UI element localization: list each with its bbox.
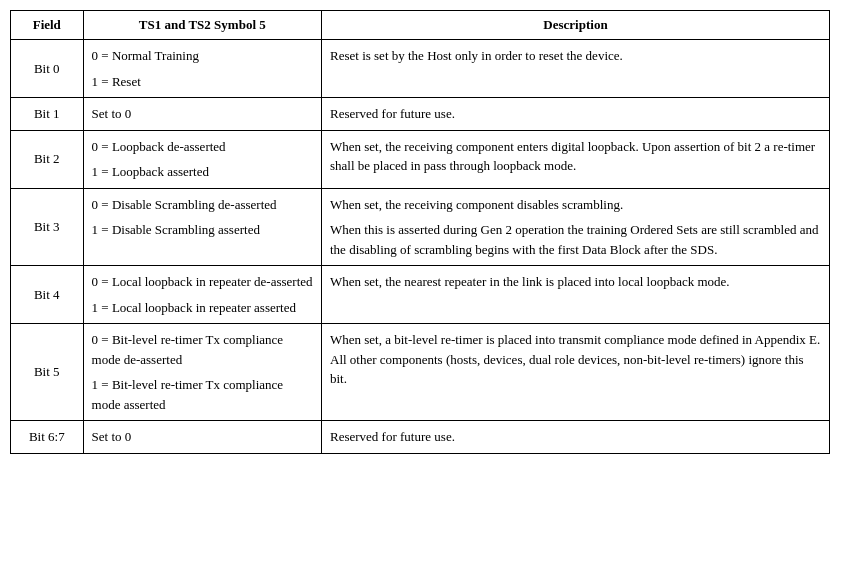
- table-row-description: When set, a bit-level re-timer is placed…: [322, 324, 830, 421]
- table-row-description: Reserved for future use.: [322, 421, 830, 454]
- main-table: Field TS1 and TS2 Symbol 5 Description B…: [10, 10, 830, 454]
- table-row-field: Bit 4: [11, 266, 84, 324]
- table-row-field: Bit 2: [11, 130, 84, 188]
- table-row-description: Reserved for future use.: [322, 98, 830, 131]
- table-row-symbol: 0 = Local loopback in repeater de-assert…: [83, 266, 321, 324]
- table-row-description: Reset is set by the Host only in order t…: [322, 40, 830, 98]
- table-row-field: Bit 3: [11, 188, 84, 266]
- table-row-description: When set, the receiving component enters…: [322, 130, 830, 188]
- table-row-field: Bit 5: [11, 324, 84, 421]
- header-field: Field: [11, 11, 84, 40]
- table-row-symbol: Set to 0: [83, 98, 321, 131]
- header-description: Description: [322, 11, 830, 40]
- table-row-field: Bit 6:7: [11, 421, 84, 454]
- table-row-symbol: 0 = Disable Scrambling de-asserted1 = Di…: [83, 188, 321, 266]
- table-row-symbol: 0 = Normal Training1 = Reset: [83, 40, 321, 98]
- table-row-description: When set, the receiving component disabl…: [322, 188, 830, 266]
- header-symbol: TS1 and TS2 Symbol 5: [83, 11, 321, 40]
- table-row-field: Bit 1: [11, 98, 84, 131]
- table-row-symbol: 0 = Bit-level re-timer Tx compliance mod…: [83, 324, 321, 421]
- table-row-symbol: 0 = Loopback de-asserted1 = Loopback ass…: [83, 130, 321, 188]
- table-row-field: Bit 0: [11, 40, 84, 98]
- table-row-symbol: Set to 0: [83, 421, 321, 454]
- table-row-description: When set, the nearest repeater in the li…: [322, 266, 830, 324]
